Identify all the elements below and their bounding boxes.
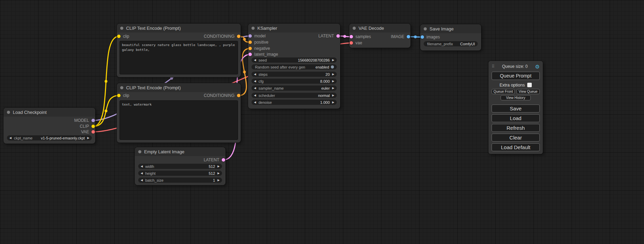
widget-denoise[interactable]: ◀ denoise 1.000 ▶	[252, 100, 337, 105]
decrement-arrow-icon[interactable]: ◀	[138, 165, 145, 168]
clip-output-dot[interactable]	[91, 125, 95, 128]
save-button[interactable]: Save	[492, 105, 540, 112]
positive-input-dot[interactable]	[248, 40, 252, 44]
increment-arrow-icon[interactable]: ▶	[215, 179, 222, 182]
negative-prompt-textarea[interactable]: text, watermark	[120, 100, 238, 140]
output-slot-latent[interactable]: LATENT	[204, 157, 225, 162]
node-clip-text-encode-positive[interactable]: CLIP Text Encode (Prompt) clip CONDITION…	[117, 24, 241, 77]
widget-filename-prefix[interactable]: filename_prefix ComfyUI	[424, 41, 478, 46]
node-load-checkpoint[interactable]: Load Checkpoint MODEL CLIP VAE ◀ ckpt_na…	[3, 108, 95, 144]
node-clip-text-encode-negative[interactable]: CLIP Text Encode (Prompt) clip CONDITION…	[117, 83, 241, 143]
load-button[interactable]: Load	[492, 114, 540, 122]
output-slot-image[interactable]: IMAGE	[391, 34, 410, 39]
decrement-arrow-icon[interactable]: ◀	[138, 179, 145, 182]
refresh-button[interactable]: Refresh	[492, 124, 540, 132]
node-save-image[interactable]: Save Image images filename_prefix ComfyU…	[420, 24, 481, 51]
widget-cfg[interactable]: ◀ cfg 8.000 ▶	[252, 79, 337, 84]
vae-input-dot[interactable]	[350, 41, 353, 45]
input-slot-clip[interactable]: clip	[117, 93, 129, 98]
view-history-button[interactable]: View History	[501, 95, 530, 100]
decrement-arrow-icon[interactable]: ◀	[252, 59, 258, 62]
conditioning-output-dot[interactable]	[237, 94, 240, 97]
load-default-button[interactable]: Load Default	[492, 143, 540, 151]
collapse-dot[interactable]	[120, 27, 123, 30]
queue-menu-panel[interactable]: ⠿ Queue size: 0 ⚙ Queue Prompt Extra opt…	[488, 61, 543, 154]
menu-drag-handle[interactable]: ⠿	[492, 64, 495, 69]
input-slot-latent-image[interactable]: latent_image	[248, 52, 278, 57]
latent-output-dot[interactable]	[336, 34, 340, 38]
increment-arrow-icon[interactable]: ▶	[330, 94, 337, 97]
output-slot-latent[interactable]: LATENT	[318, 34, 340, 38]
output-slot-conditioning[interactable]: CONDITIONING	[204, 34, 240, 39]
collapse-dot[interactable]	[424, 27, 427, 30]
queue-prompt-button[interactable]: Queue Prompt	[492, 72, 540, 80]
increment-arrow-icon[interactable]: ▶	[85, 137, 92, 139]
input-slot-model[interactable]: model	[248, 34, 266, 38]
clip-input-dot[interactable]	[117, 94, 121, 97]
conditioning-output-dot[interactable]	[237, 35, 240, 38]
widget-batch-size[interactable]: ◀ batch_size 1 ▶	[138, 178, 222, 183]
widget-random-seed[interactable]: Random seed after every gen enabled	[252, 64, 337, 70]
widget-width[interactable]: ◀ width 512 ▶	[138, 164, 222, 169]
input-slot-negative[interactable]: negative	[248, 46, 270, 51]
decrement-arrow-icon[interactable]: ◀	[7, 137, 14, 139]
widget-scheduler[interactable]: ◀ scheduler normal ▶	[252, 93, 337, 98]
model-input-dot[interactable]	[248, 34, 252, 38]
images-input-dot[interactable]	[421, 35, 424, 39]
node-graph-canvas[interactable]: Load Checkpoint MODEL CLIP VAE ◀ ckpt_na…	[0, 0, 644, 244]
node-vae-decode[interactable]: VAE Decode samples vae IMAGE	[349, 24, 411, 48]
increment-arrow-icon[interactable]: ▶	[330, 80, 337, 83]
extra-options-checkbox[interactable]	[527, 83, 532, 87]
input-slot-clip[interactable]: clip	[117, 34, 129, 39]
latent-image-input-dot[interactable]	[248, 53, 252, 56]
increment-arrow-icon[interactable]: ▶	[215, 172, 222, 175]
increment-arrow-icon[interactable]: ▶	[330, 101, 337, 104]
input-slot-vae[interactable]: vae	[350, 40, 362, 45]
image-output-dot[interactable]	[407, 35, 410, 38]
queue-front-button[interactable]: Queue Front	[492, 89, 515, 94]
widget-steps[interactable]: ◀ steps 20 ▶	[252, 72, 337, 77]
negative-input-dot[interactable]	[248, 47, 252, 50]
widget-value: ComfyUI	[457, 42, 475, 46]
output-slot-model[interactable]: MODEL	[74, 118, 95, 123]
increment-arrow-icon[interactable]: ▶	[330, 87, 337, 90]
settings-gear-icon[interactable]: ⚙	[535, 64, 540, 69]
collapse-dot[interactable]	[252, 27, 255, 30]
increment-arrow-icon[interactable]: ▶	[215, 165, 222, 168]
slot-label: IMAGE	[391, 34, 404, 39]
output-slot-clip[interactable]: CLIP	[80, 124, 95, 129]
output-slot-vae[interactable]: VAE	[81, 129, 95, 134]
model-output-dot[interactable]	[91, 119, 95, 122]
widget-ckpt-name[interactable]: ◀ ckpt_name v1-5-pruned-emaonly.ckpt ▶	[7, 135, 92, 141]
decrement-arrow-icon[interactable]: ◀	[252, 73, 258, 76]
toggle-indicator[interactable]	[331, 65, 334, 69]
view-queue-button[interactable]: View Queue	[517, 89, 540, 94]
clear-button[interactable]: Clear	[492, 134, 540, 142]
widget-height[interactable]: ◀ height 512 ▶	[138, 171, 222, 176]
decrement-arrow-icon[interactable]: ◀	[252, 94, 258, 97]
collapse-dot[interactable]	[353, 27, 356, 30]
input-slot-positive[interactable]: positive	[248, 40, 268, 45]
input-slot-samples[interactable]: samples	[350, 34, 371, 39]
latent-output-dot[interactable]	[222, 158, 225, 162]
decrement-arrow-icon[interactable]: ◀	[252, 87, 258, 90]
widget-sampler-name[interactable]: ◀ sampler_name euler ▶	[252, 85, 337, 91]
increment-arrow-icon[interactable]: ▶	[330, 59, 337, 62]
collapse-dot[interactable]	[138, 150, 141, 153]
increment-arrow-icon[interactable]: ▶	[330, 73, 337, 76]
collapse-dot[interactable]	[7, 111, 10, 114]
input-slot-images[interactable]: images	[421, 35, 440, 39]
widget-seed[interactable]: ◀ seed 156680208700286 ▶	[252, 57, 337, 63]
widget-value: 1.000	[317, 100, 330, 105]
node-ksampler[interactable]: KSampler model positive negative latent_…	[248, 24, 340, 109]
decrement-arrow-icon[interactable]: ◀	[252, 101, 258, 104]
node-empty-latent-image[interactable]: Empty Latent Image LATENT ◀ width 512 ▶ …	[135, 147, 226, 185]
positive-prompt-textarea[interactable]: beautiful scenery nature glass bottle la…	[120, 41, 238, 74]
output-slot-conditioning[interactable]: CONDITIONING	[204, 93, 240, 98]
decrement-arrow-icon[interactable]: ◀	[252, 80, 258, 83]
samples-input-dot[interactable]	[350, 35, 353, 38]
decrement-arrow-icon[interactable]: ◀	[138, 172, 145, 175]
collapse-dot[interactable]	[120, 86, 123, 89]
vae-output-dot[interactable]	[91, 130, 95, 134]
clip-input-dot[interactable]	[117, 35, 121, 38]
